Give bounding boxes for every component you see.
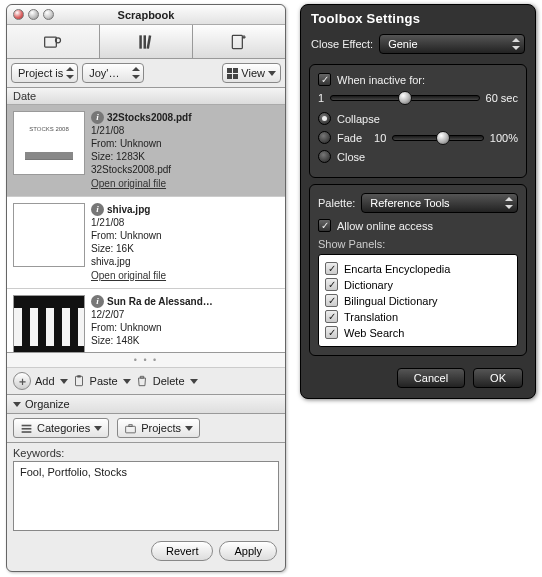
palette-select[interactable]: Reference Tools xyxy=(361,193,518,213)
tab-clippings[interactable] xyxy=(7,25,100,58)
collapse-label: Collapse xyxy=(337,113,380,125)
apply-button[interactable]: Apply xyxy=(219,541,277,561)
close-effect-label: Close Effect: xyxy=(311,38,373,50)
fade-label: Fade xyxy=(337,132,362,144)
add-button[interactable]: ＋ xyxy=(13,372,31,390)
resize-handle[interactable]: • • • xyxy=(7,353,285,368)
close-label: Close xyxy=(337,151,365,163)
apply-row: Revert Apply xyxy=(7,535,285,571)
clippings-icon xyxy=(43,32,63,52)
inactive-panel: ✓ When inactive for: 1 60 sec Collapse F… xyxy=(309,64,527,178)
item-date: 12/2/07 xyxy=(91,308,279,321)
svg-rect-4 xyxy=(147,35,152,49)
project-filter-label: Project is xyxy=(18,67,63,79)
info-icon[interactable]: i xyxy=(91,111,104,124)
library-icon xyxy=(136,32,156,52)
add-label: Add xyxy=(35,375,55,387)
ok-button[interactable]: OK xyxy=(473,368,523,388)
show-panels-label: Show Panels: xyxy=(318,238,518,250)
item-from: From: Unknown xyxy=(91,321,279,334)
item-date: 1/21/08 xyxy=(91,124,279,137)
open-original-link[interactable]: Open original file xyxy=(91,269,166,282)
item-thumbnail[interactable] xyxy=(13,203,85,267)
date-section-header: Date xyxy=(7,88,285,105)
panel-checkbox[interactable]: ✓ xyxy=(325,262,338,275)
panel-checkbox[interactable]: ✓ xyxy=(325,278,338,291)
slider-thumb[interactable] xyxy=(398,91,412,105)
list-item[interactable]: i shiva.jpg 1/21/08 From: Unknown Size: … xyxy=(7,197,285,289)
panel-checkbox[interactable]: ✓ xyxy=(325,294,338,307)
fade-max: 100% xyxy=(490,132,518,144)
item-meta: i shiva.jpg 1/21/08 From: Unknown Size: … xyxy=(91,203,279,282)
zoom-icon[interactable] xyxy=(43,9,54,20)
project-value-label: Joy'… xyxy=(89,67,119,79)
panel-checkbox[interactable]: ✓ xyxy=(325,310,338,323)
item-thumbnail[interactable]: STOCKS 2008 xyxy=(13,111,85,175)
keywords-value: Fool, Portfolio, Stocks xyxy=(20,466,127,478)
slider-thumb[interactable] xyxy=(436,131,450,145)
svg-rect-5 xyxy=(232,35,242,48)
list-item[interactable]: i Sun Ra de Alessand… 12/2/07 From: Unkn… xyxy=(7,289,285,353)
keywords-input[interactable]: Fool, Portfolio, Stocks xyxy=(13,461,279,531)
action-row: ＋ Add Paste Delete xyxy=(7,368,285,395)
paste-label[interactable]: Paste xyxy=(90,375,118,387)
svg-rect-7 xyxy=(77,375,81,377)
chevron-down-icon[interactable] xyxy=(190,379,198,384)
minimize-icon[interactable] xyxy=(28,9,39,20)
inactive-slider[interactable] xyxy=(330,95,479,101)
thumb-caption: STOCKS 2008 xyxy=(29,126,69,132)
categories-button[interactable]: Categories xyxy=(13,418,109,438)
updown-icon xyxy=(511,38,521,50)
add-page-icon xyxy=(229,32,249,52)
updown-icon xyxy=(66,67,74,79)
info-icon[interactable]: i xyxy=(91,295,104,308)
close-icon[interactable] xyxy=(13,9,24,20)
toolbox-title: Toolbox Settings xyxy=(301,5,535,30)
close-radio[interactable] xyxy=(318,150,331,163)
info-icon[interactable]: i xyxy=(91,203,104,216)
revert-button[interactable]: Revert xyxy=(151,541,213,561)
window-controls[interactable] xyxy=(13,9,54,20)
close-effect-select[interactable]: Genie xyxy=(379,34,525,54)
categories-icon xyxy=(20,422,33,435)
fade-slider[interactable] xyxy=(392,135,484,141)
panel-checkbox[interactable]: ✓ xyxy=(325,326,338,339)
palette-label: Palette: xyxy=(318,197,355,209)
chevron-down-icon[interactable] xyxy=(123,379,131,384)
chevron-down-icon[interactable] xyxy=(60,379,68,384)
item-list[interactable]: STOCKS 2008 i 32Stocks2008.pdf 1/21/08 F… xyxy=(7,105,285,353)
inactive-checkbox[interactable]: ✓ xyxy=(318,73,331,86)
tab-add[interactable] xyxy=(193,25,285,58)
organize-disclosure[interactable]: Organize xyxy=(7,395,285,414)
collapse-radio[interactable] xyxy=(318,112,331,125)
item-from: From: Unknown xyxy=(91,137,279,150)
item-thumbnail[interactable] xyxy=(13,295,85,353)
item-size: Size: 148K xyxy=(91,334,279,347)
grid-icon xyxy=(227,68,238,79)
open-original-link[interactable]: Open original file xyxy=(91,177,166,190)
slider-max: 60 sec xyxy=(486,92,518,104)
tab-library[interactable] xyxy=(100,25,193,58)
online-checkbox[interactable]: ✓ xyxy=(318,219,331,232)
scrapbook-titlebar[interactable]: Scrapbook xyxy=(7,5,285,25)
chevron-down-icon xyxy=(185,426,193,431)
list-item[interactable]: STOCKS 2008 i 32Stocks2008.pdf 1/21/08 F… xyxy=(7,105,285,197)
projects-button[interactable]: Projects xyxy=(117,418,200,438)
cancel-button[interactable]: Cancel xyxy=(397,368,465,388)
fade-radio[interactable] xyxy=(318,131,331,144)
delete-label[interactable]: Delete xyxy=(153,375,185,387)
palette-value: Reference Tools xyxy=(370,197,449,209)
scrapbook-window: Scrapbook Project is Joy'… xyxy=(6,4,286,572)
item-date: 1/21/08 xyxy=(91,216,279,229)
view-button[interactable]: View xyxy=(222,63,281,83)
project-value-select[interactable]: Joy'… xyxy=(82,63,144,83)
svg-rect-11 xyxy=(126,426,136,433)
panel-name: Translation xyxy=(344,311,398,323)
item-size: Size: 16K xyxy=(91,242,279,255)
svg-rect-6 xyxy=(75,376,82,385)
item-title: shiva.jpg xyxy=(107,203,150,216)
briefcase-icon xyxy=(124,422,137,435)
project-filter-select[interactable]: Project is xyxy=(11,63,78,83)
svg-rect-2 xyxy=(139,35,142,48)
keywords-label: Keywords: xyxy=(7,443,285,461)
